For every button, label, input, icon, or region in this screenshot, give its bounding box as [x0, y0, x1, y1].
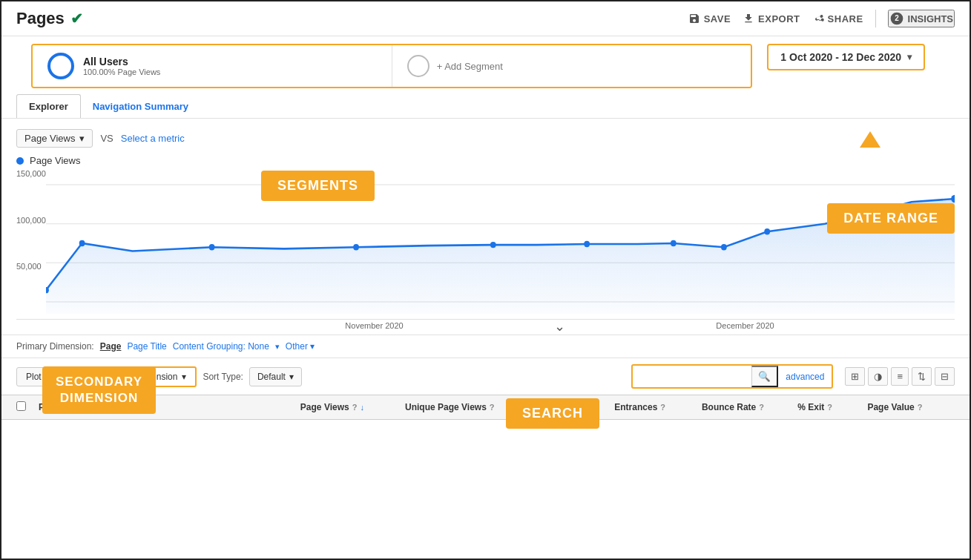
- svg-marker-6: [46, 199, 955, 314]
- performance-view-button[interactable]: ≡: [891, 367, 909, 386]
- secondary-dimension-badge: SECONDARY DIMENSION: [42, 366, 156, 414]
- th-bounce-rate: Bounce Rate ?: [702, 402, 797, 412]
- date-range-wrap: 1 Oct 2020 - 12 Dec 2020 ▾: [767, 44, 940, 70]
- add-segment-item[interactable]: + Add Segment: [392, 45, 751, 87]
- top-actions: SAVE EXPORT SHARE 2 INSIGHTS: [688, 10, 955, 27]
- other-dropdown[interactable]: Other ▾: [286, 341, 315, 352]
- pivot-view-button[interactable]: ⊟: [935, 367, 955, 386]
- svg-text:2: 2: [895, 14, 899, 22]
- view-icons: ⊞ ◑ ≡ ⇅ ⊟: [845, 367, 955, 386]
- dimension-row: Primary Dimension: Page Page Title Conte…: [1, 335, 970, 358]
- export-button[interactable]: EXPORT: [743, 13, 800, 24]
- th-page-views: Page Views ? ↓: [300, 402, 405, 412]
- tab-explorer[interactable]: Explorer: [16, 94, 81, 118]
- segment-circle-blue: [47, 53, 74, 79]
- select-metric-link[interactable]: Select a metric: [121, 133, 185, 144]
- advanced-link[interactable]: advanced: [778, 372, 832, 382]
- all-users-segment[interactable]: All Users 100.00% Page Views: [33, 45, 392, 87]
- comparison-view-button[interactable]: ⇅: [912, 367, 932, 386]
- x-label-dec: December 2020: [565, 321, 925, 335]
- metric-row: Page Views ▾ VS Select a metric: [1, 122, 970, 155]
- search-input[interactable]: [633, 368, 751, 386]
- table-view-button[interactable]: ⊞: [845, 367, 865, 386]
- segments-bar: All Users 100.00% Page Views + Add Segme…: [31, 44, 752, 88]
- save-button[interactable]: SAVE: [688, 13, 731, 24]
- chart-container: 150,000 100,000 50,000 0: [16, 169, 955, 317]
- segment-label: All Users: [83, 56, 160, 67]
- pie-view-button[interactable]: ◑: [868, 367, 888, 386]
- th-pct-exit: % Exit ?: [797, 402, 867, 412]
- vs-text: VS: [100, 133, 113, 144]
- page-title-text: Pages: [16, 9, 65, 28]
- chevron-down-icon: ▾: [182, 372, 186, 382]
- segments-badge: SEGMENTS: [261, 171, 375, 201]
- svg-point-8: [79, 240, 85, 246]
- content-grouping-link[interactable]: Content Grouping: None: [173, 341, 269, 352]
- arrow-up-icon: [860, 131, 881, 148]
- th-page-value: Page Value ?: [867, 402, 955, 412]
- x-label-nov: November 2020: [194, 321, 554, 335]
- chart-svg: [46, 169, 955, 317]
- svg-point-12: [584, 241, 590, 247]
- select-all-checkbox[interactable]: [16, 401, 39, 413]
- help-icon[interactable]: ?: [827, 403, 832, 412]
- chevron-down-icon[interactable]: ⌄: [554, 318, 565, 335]
- svg-point-10: [353, 244, 359, 250]
- help-icon[interactable]: ?: [759, 403, 764, 412]
- help-icon[interactable]: ?: [660, 403, 665, 412]
- chevron-down-icon: ▾: [310, 341, 315, 352]
- tab-navigation-summary[interactable]: Navigation Summary: [81, 95, 200, 118]
- help-icon[interactable]: ?: [918, 403, 923, 412]
- chart-legend: Page Views: [16, 155, 955, 166]
- page-title: Pages ✔: [16, 9, 83, 28]
- search-button[interactable]: 🔍: [751, 366, 778, 387]
- chart-area: Page Views 150,000 100,000 50,000 0: [1, 155, 970, 335]
- top-bar: Pages ✔ SAVE EXPORT SHARE 2 INSIGHTS: [1, 1, 970, 36]
- date-range-arrow: [860, 131, 881, 148]
- tabs-row: Explorer Navigation Summary: [1, 94, 970, 119]
- x-axis-row: November 2020 ⌄ December 2020: [16, 319, 955, 335]
- date-range-button[interactable]: 1 Oct 2020 - 12 Dec 2020 ▾: [767, 44, 925, 70]
- svg-point-9: [209, 244, 215, 250]
- svg-point-14: [721, 244, 727, 250]
- chevron-down-icon: ▾: [275, 342, 280, 352]
- export-icon: [743, 13, 754, 24]
- svg-point-15: [764, 228, 770, 234]
- sort-type-label: Sort Type:: [203, 372, 243, 382]
- search-badge: SEARCH: [506, 398, 599, 429]
- th-entrances: Entrances ?: [614, 402, 702, 412]
- search-box: 🔍 advanced: [631, 364, 833, 389]
- legend-dot: [16, 157, 24, 165]
- segment-circle-gray: [407, 55, 429, 77]
- help-icon[interactable]: ?: [490, 403, 495, 412]
- segments-date-row: All Users 100.00% Page Views + Add Segme…: [1, 44, 970, 88]
- primary-dim-label: Primary Dimension:: [16, 341, 94, 352]
- nov-separator: ⌄: [554, 318, 565, 335]
- page-title-dim-link[interactable]: Page Title: [127, 341, 166, 352]
- svg-point-11: [490, 242, 496, 248]
- insights-icon: 2: [889, 11, 904, 26]
- sort-type-dropdown[interactable]: Default ▾: [249, 367, 302, 386]
- page-dim-link[interactable]: Page: [100, 341, 122, 352]
- segment-info: All Users 100.00% Page Views: [83, 56, 160, 76]
- chevron-down-icon: ▾: [289, 372, 294, 382]
- th-unique-page-views: Unique Page Views ?: [405, 402, 510, 412]
- help-icon[interactable]: ?: [352, 403, 358, 412]
- save-icon: [688, 13, 700, 24]
- share-button[interactable]: SHARE: [812, 13, 863, 24]
- y-axis-labels: 150,000 100,000 50,000 0: [16, 169, 46, 317]
- chart-legend-label: Page Views: [30, 155, 80, 166]
- svg-point-13: [671, 240, 677, 246]
- share-icon: [812, 13, 824, 24]
- add-segment-label: + Add Segment: [437, 61, 503, 72]
- date-range-badge: DATE RANGE: [827, 203, 955, 234]
- insights-button[interactable]: 2 INSIGHTS: [888, 10, 955, 27]
- chevron-down-icon: ▾: [907, 52, 912, 62]
- divider: [875, 10, 876, 27]
- date-range-label: 1 Oct 2020 - 12 Dec 2020: [780, 51, 901, 63]
- segment-sub: 100.00% Page Views: [83, 67, 160, 76]
- shield-icon: ✔: [70, 10, 83, 27]
- page-views-dropdown[interactable]: Page Views ▾: [16, 129, 93, 148]
- chevron-down-icon: ▾: [79, 133, 85, 144]
- sort-down-icon[interactable]: ↓: [360, 403, 364, 412]
